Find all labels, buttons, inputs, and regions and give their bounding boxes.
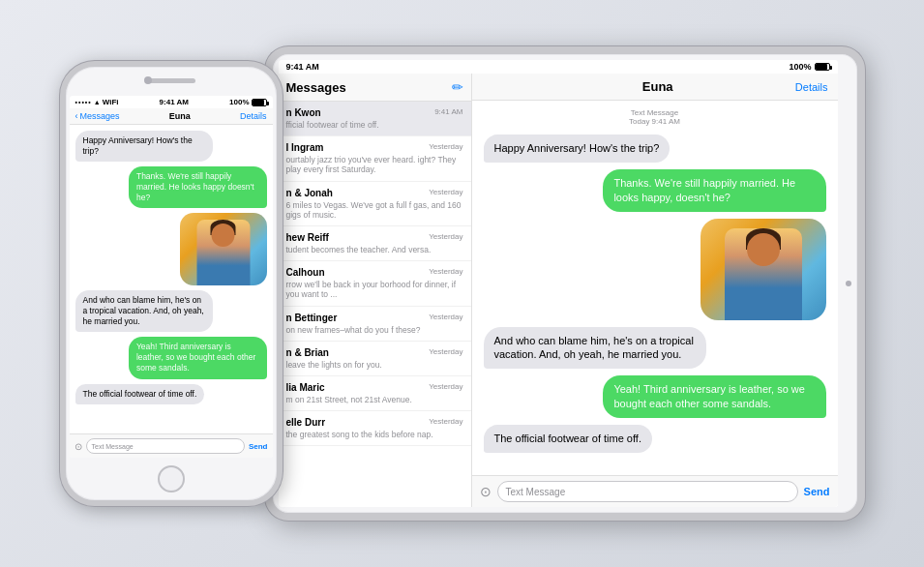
- contact-name: n & Jonah: [286, 188, 333, 198]
- message-time: Yesterday: [429, 267, 462, 278]
- send-button[interactable]: Send: [249, 442, 268, 451]
- list-item-header: n & Jonah Yesterday: [286, 188, 463, 198]
- list-item-header: n Bettinger Yesterday: [286, 313, 463, 323]
- list-item-header: Calhoun Yesterday: [286, 267, 463, 278]
- carrier-label: WiFi: [103, 98, 119, 106]
- message-row: Thanks. We're still happily married. He …: [75, 166, 267, 208]
- chat-contact-name: Euna: [642, 79, 673, 94]
- message-time: Yesterday: [429, 382, 462, 393]
- contact-name: n Kwon: [286, 107, 321, 118]
- chat-camera-icon[interactable]: ⊙: [480, 484, 492, 499]
- ipad-status-bar: 9:41 AM 100%: [279, 60, 838, 74]
- message-preview: m on 21st Street, not 21st Avenue.: [286, 395, 463, 404]
- battery-fill: [253, 100, 265, 105]
- details-button[interactable]: Details: [240, 111, 267, 121]
- contact-name: hew Reiff: [286, 232, 329, 243]
- battery-pct: 100%: [229, 98, 249, 106]
- list-item[interactable]: hew Reiff Yesterday tudent becomes the t…: [279, 226, 471, 261]
- ipad-screen: 9:41 AM 100% Messages ✏ n Kwon: [279, 60, 838, 507]
- chat-message-row: Happy Anniversary! How's the trip?: [484, 134, 826, 163]
- list-item-header: hew Reiff Yesterday: [286, 232, 463, 243]
- message-preview: fficial footwear of time off.: [286, 120, 463, 130]
- message-preview: the greatest song to the kids before nap…: [286, 430, 463, 439]
- list-item[interactable]: n Kwon 9:41 AM fficial footwear of time …: [279, 102, 471, 136]
- list-item[interactable]: n & Jonah Yesterday 6 miles to Vegas. We…: [279, 182, 471, 226]
- contact-name: lia Maric: [286, 382, 325, 393]
- chat-detail-panel: Euna Details Text Message Today 9:41 AM …: [472, 74, 838, 507]
- incoming-chat-bubble: The official footwear of time off.: [484, 425, 652, 453]
- message-preview: 6 miles to Vegas. We've got a full f gas…: [286, 200, 463, 220]
- list-item[interactable]: elle Durr Yesterday the greatest song to…: [279, 411, 471, 446]
- list-item[interactable]: n Bettinger Yesterday on new frames–what…: [279, 307, 471, 342]
- ipad-battery-fill: [816, 64, 828, 70]
- ipad-battery-icon: [815, 63, 830, 71]
- message-preview: on new frames–what do you f these?: [286, 325, 463, 335]
- incoming-bubble: And who can blame him, he's on a tropica…: [75, 290, 214, 332]
- list-item-header: lia Maric Yesterday: [286, 382, 463, 393]
- chat-text-input[interactable]: Text Message: [497, 481, 798, 502]
- chat-message-row: Yeah! Third anniversary is leather, so w…: [484, 375, 826, 418]
- message-preview: tudent becomes the teacher. And versa.: [286, 245, 463, 254]
- message-row: The official footwear of time off.: [75, 384, 267, 404]
- list-item[interactable]: lia Maric Yesterday m on 21st Street, no…: [279, 376, 471, 411]
- contact-name: l Ingram: [286, 142, 324, 153]
- nav-title: Euna: [169, 111, 191, 121]
- input-placeholder: Text Message: [92, 443, 134, 450]
- message-time: Yesterday: [429, 313, 462, 323]
- back-button[interactable]: ‹ Messages: [75, 111, 120, 121]
- outgoing-chat-bubble: Thanks. We're still happily married. He …: [603, 169, 825, 212]
- message-time: Yesterday: [429, 232, 462, 243]
- person-figure: [196, 220, 250, 285]
- wifi-icon: ▲: [94, 99, 101, 105]
- ipad-status-right: 100%: [789, 62, 829, 72]
- ipad-chat-area: Text Message Today 9:41 AM Happy Anniver…: [472, 101, 838, 475]
- outgoing-chat-bubble: Yeah! Third anniversary is leather, so w…: [603, 375, 825, 418]
- chat-timestamp: Text Message Today 9:41 AM: [484, 108, 826, 126]
- home-button[interactable]: [158, 465, 185, 492]
- message-row: Yeah! Third anniversary is leather, so w…: [75, 337, 267, 378]
- contact-name: elle Durr: [286, 417, 326, 428]
- message-time: Yesterday: [429, 188, 462, 198]
- chat-send-button[interactable]: Send: [804, 486, 830, 497]
- phone-time: 9:41 AM: [160, 98, 189, 106]
- list-header: Messages ✏: [279, 74, 471, 102]
- chat-details-button[interactable]: Details: [795, 81, 828, 93]
- camera-icon[interactable]: ⊙: [75, 441, 82, 452]
- incoming-chat-bubble: Happy Anniversary! How's the trip?: [484, 134, 671, 163]
- incoming-bubble: Happy Anniversary! How's the trip?: [75, 131, 214, 162]
- phone-input-bar: ⊙ Text Message Send: [70, 433, 273, 458]
- list-item[interactable]: n & Brian Yesterday leave the lights on …: [279, 342, 471, 376]
- status-right: 100%: [229, 98, 266, 106]
- chat-input-placeholder: Text Message: [506, 487, 566, 497]
- photo-head: [747, 233, 780, 266]
- signal-dots: •••••: [75, 99, 92, 105]
- conversation-list: n Kwon 9:41 AM fficial footwear of time …: [279, 102, 471, 507]
- text-input[interactable]: Text Message: [86, 438, 245, 454]
- battery-icon: [252, 99, 267, 106]
- back-label: Messages: [80, 111, 120, 121]
- status-left: ••••• ▲ WiFi: [75, 98, 119, 106]
- incoming-bubble: The official footwear of time off.: [75, 384, 205, 404]
- chat-message-row: The official footwear of time off.: [484, 425, 826, 453]
- compose-icon[interactable]: ✏: [452, 79, 463, 95]
- chat-detail-nav: Euna Details: [472, 74, 838, 101]
- contact-name: n Bettinger: [286, 313, 338, 323]
- ipad-content: Messages ✏ n Kwon 9:41 AM fficial footwe…: [279, 74, 838, 507]
- list-item[interactable]: l Ingram Yesterday ourtably jazz trio yo…: [279, 136, 471, 181]
- ipad-camera: [846, 281, 851, 286]
- message-time: 9:41 AM: [434, 107, 462, 118]
- list-item-header: n & Brian Yesterday: [286, 347, 463, 358]
- timestamp-time: Today 9:41 AM: [629, 117, 680, 126]
- phone-status-bar: ••••• ▲ WiFi 9:41 AM 100%: [70, 96, 273, 108]
- outgoing-bubble: Thanks. We're still happily married. He …: [129, 166, 267, 208]
- iphone-camera: [144, 76, 152, 84]
- chat-photo-bubble: [700, 219, 826, 320]
- phone-nav-bar: ‹ Messages Euna Details: [70, 108, 273, 125]
- outgoing-bubble: Yeah! Third anniversary is leather, so w…: [129, 337, 267, 378]
- list-title: Messages: [286, 80, 346, 95]
- chat-message-row: Thanks. We're still happily married. He …: [484, 169, 826, 212]
- message-time: Yesterday: [429, 142, 462, 153]
- list-item[interactable]: Calhoun Yesterday rrow we'll be back in …: [279, 261, 471, 306]
- chat-message-row: And who can blame him, he's on a tropica…: [484, 327, 826, 370]
- photo-bubble: [180, 213, 267, 285]
